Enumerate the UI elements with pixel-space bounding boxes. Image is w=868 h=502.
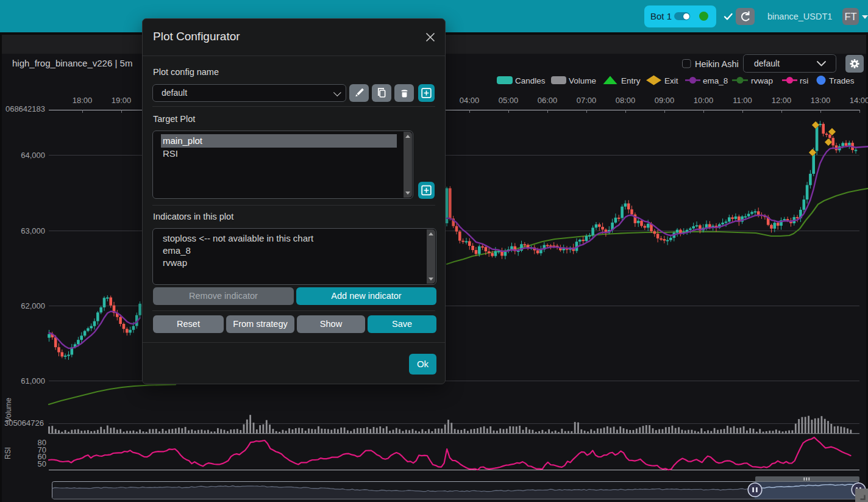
svg-text:RSI: RSI: [4, 447, 12, 459]
svg-text:63,000: 63,000: [21, 226, 45, 235]
svg-text:50: 50: [38, 459, 46, 468]
svg-text:Entry: Entry: [621, 76, 641, 85]
svg-text:05:00: 05:00: [499, 96, 519, 105]
svg-text:ema_8: ema_8: [703, 76, 728, 85]
svg-text:high_frog_binance_v226 | 5m: high_frog_binance_v226 | 5m: [12, 58, 132, 68]
svg-text:068642183: 068642183: [5, 104, 45, 113]
svg-text:06:00: 06:00: [538, 96, 558, 105]
svg-text:07:00: 07:00: [577, 96, 597, 105]
svg-text:Candles: Candles: [515, 76, 546, 85]
svg-text:61,000: 61,000: [21, 376, 45, 385]
svg-text:Trades: Trades: [829, 76, 855, 85]
svg-text:Exit: Exit: [664, 76, 678, 85]
svg-text:18:00: 18:00: [73, 96, 93, 105]
svg-text:rvwap: rvwap: [751, 76, 773, 85]
svg-text:12:00: 12:00: [772, 96, 792, 105]
svg-text:62,000: 62,000: [21, 301, 45, 310]
svg-text:64,000: 64,000: [21, 151, 45, 160]
svg-text:19:00: 19:00: [112, 96, 132, 105]
svg-text:Volume: Volume: [569, 76, 596, 85]
svg-text:13:00: 13:00: [811, 96, 831, 105]
svg-text:Volume: Volume: [4, 398, 13, 422]
svg-text:default: default: [754, 59, 780, 68]
svg-text:10:00: 10:00: [694, 96, 714, 105]
svg-text:14:00: 14:00: [850, 96, 868, 105]
svg-text:04:00: 04:00: [460, 96, 480, 105]
svg-text:11:00: 11:00: [733, 96, 752, 105]
svg-text:Heikin Ashi: Heikin Ashi: [695, 59, 739, 69]
svg-text:rsi: rsi: [800, 76, 808, 85]
svg-text:09:00: 09:00: [655, 96, 675, 105]
svg-text:08:00: 08:00: [616, 96, 636, 105]
